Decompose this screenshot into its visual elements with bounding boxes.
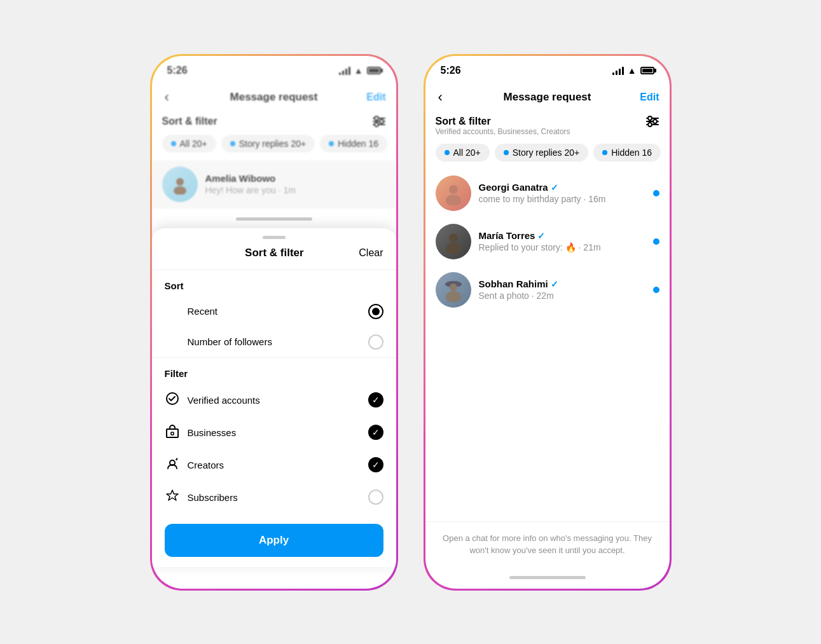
subscribers-icon (165, 489, 180, 506)
sort-section-title: Sort (152, 270, 396, 296)
bg-message-row: Amelia Wibowo Hey! How are you · 1m (152, 160, 396, 209)
message-name-amelia: Amelia Wibowo (205, 173, 386, 184)
sort-followers-radio (368, 334, 383, 350)
filter-verified-option[interactable]: Verified accounts ✓ (152, 384, 396, 416)
message-content-maria: María Torres ✓ Replied to your story: 🔥 … (479, 230, 645, 252)
filter-businesses-label: Businesses (188, 427, 368, 438)
tab-hidden-2[interactable]: Hidden 16 (593, 144, 661, 161)
svg-point-19 (446, 195, 461, 205)
filter-creators-checkbox: ✓ (368, 457, 383, 472)
sheet-header: Sort & filter Clear (152, 244, 396, 270)
nav-bar-1: ‹ Message request Edit (152, 81, 396, 113)
sort-filter-title-1: Sort & filter (162, 116, 372, 127)
svg-point-5 (375, 123, 378, 127)
verified-icon (165, 392, 180, 409)
verified-badge-maria: ✓ (537, 231, 545, 241)
home-indicator-2 (425, 567, 670, 589)
message-content-amelia: Amelia Wibowo Hey! How are you · 1m (205, 173, 386, 195)
sort-filter-title-2: Sort & filter (436, 116, 645, 127)
unread-dot-sobhan (653, 287, 659, 293)
wifi-icon-1: ▲ (354, 65, 363, 76)
nav-bar-2: ‹ Message request Edit (425, 81, 670, 113)
edit-button-2[interactable]: Edit (640, 92, 659, 103)
avatar-sobhan (436, 272, 471, 308)
message-content-sobhan: Sobhan Rahimi ✓ Sent a photo · 22m (479, 278, 645, 301)
filter-businesses-checkbox: ✓ (368, 425, 383, 440)
filter-verified-label: Verified accounts (188, 395, 368, 406)
sheet-handle (263, 236, 286, 239)
filter-subscribers-checkbox (368, 490, 383, 505)
filter-creators-option[interactable]: Creators ✓ (152, 449, 396, 481)
page-title-1: Message request (230, 91, 318, 104)
verified-badge-sobhan: ✓ (551, 279, 558, 289)
filter-creators-label: Creators (188, 460, 368, 470)
creators-icon (165, 456, 180, 474)
filter-icon-button-2[interactable] (645, 116, 659, 127)
back-button-2[interactable]: ‹ (436, 86, 445, 108)
filter-verified-checkbox: ✓ (368, 392, 383, 408)
status-icons-2: ▲ (612, 65, 654, 76)
filter-icon-button-1[interactable] (372, 116, 386, 127)
tab-all-2[interactable]: All 20+ (436, 144, 490, 161)
sort-recent-radio (368, 304, 383, 319)
message-item-sobhan[interactable]: Sobhan Rahimi ✓ Sent a photo · 22m (425, 266, 670, 314)
unread-dot-maria (653, 238, 659, 245)
edit-button-1[interactable]: Edit (366, 92, 385, 103)
message-preview-maria: Replied to your story: 🔥 · 21m (479, 242, 645, 252)
svg-rect-10 (171, 432, 174, 435)
tabs-row-2: All 20+ Story replies 20+ Hidden 16 (425, 141, 670, 169)
back-button-1[interactable]: ‹ (162, 86, 172, 108)
signal-icon-1 (339, 66, 350, 75)
avatar-maria (436, 224, 471, 259)
status-bar-2: 5:26 ▲ (425, 56, 670, 81)
sort-followers-label: Number of followers (188, 336, 368, 347)
verified-badge-georgi: ✓ (551, 182, 558, 193)
sheet-title: Sort & filter (190, 247, 359, 259)
message-preview-amelia: Hey! How are you · 1m (205, 185, 386, 195)
tab-hidden-1[interactable]: Hidden 16 (320, 135, 387, 153)
filter-businesses-option[interactable]: Businesses ✓ (152, 416, 396, 449)
tab-all-1[interactable]: All 20+ (162, 135, 216, 153)
svg-point-15 (648, 116, 652, 120)
businesses-icon (165, 424, 180, 441)
message-name-georgi: Georgi Ganatra ✓ (479, 182, 645, 193)
avatar-amelia (162, 167, 198, 202)
message-list-2: Georgi Ganatra ✓ come to my birthday par… (425, 169, 670, 345)
wifi-icon-2: ▲ (628, 65, 637, 76)
sort-filter-subtitle-2: Verified accounts, Businesses, Creators (436, 127, 645, 136)
svg-point-3 (375, 116, 378, 120)
status-time-2: 5:26 (441, 65, 461, 76)
status-bar-1: 5:26 ▲ (152, 56, 396, 81)
battery-icon-2 (640, 67, 654, 74)
clear-button[interactable]: Clear (359, 247, 383, 259)
svg-point-17 (648, 123, 652, 127)
svg-rect-9 (167, 429, 178, 437)
signal-icon-2 (612, 66, 624, 75)
message-preview-sobhan: Sent a photo · 22m (479, 291, 645, 301)
tabs-row-1: All 20+ Story replies 20+ Hidden 16 (152, 132, 396, 160)
svg-point-21 (446, 243, 461, 254)
svg-point-20 (449, 233, 458, 242)
svg-point-7 (174, 186, 186, 195)
status-time-1: 5:26 (167, 65, 188, 76)
tab-story-1[interactable]: Story replies 20+ (221, 135, 315, 153)
svg-point-6 (176, 178, 184, 186)
page-title-2: Message request (504, 91, 591, 104)
svg-point-4 (380, 120, 383, 123)
filter-section-title: Filter (152, 358, 396, 384)
home-indicator-1 (152, 209, 396, 230)
message-item-maria[interactable]: María Torres ✓ Replied to your story: 🔥 … (425, 217, 670, 266)
avatar-georgi (436, 175, 471, 211)
sort-filter-header-2: Sort & filter Verified accounts, Busines… (425, 113, 670, 141)
battery-icon-1 (367, 67, 381, 74)
bottom-sheet: Sort & filter Clear Sort Recent Number o… (152, 228, 396, 567)
filter-subscribers-option[interactable]: Subscribers (152, 481, 396, 514)
apply-button[interactable]: Apply (165, 524, 383, 557)
message-preview-georgi: come to my birthday party · 16m (479, 194, 645, 204)
sort-recent-option[interactable]: Recent (152, 296, 396, 327)
message-item-georgi[interactable]: Georgi Ganatra ✓ come to my birthday par… (425, 169, 670, 217)
sort-followers-option[interactable]: Number of followers (152, 327, 396, 357)
svg-point-23 (450, 284, 457, 291)
svg-point-16 (653, 120, 657, 123)
tab-story-2[interactable]: Story replies 20+ (495, 144, 588, 161)
